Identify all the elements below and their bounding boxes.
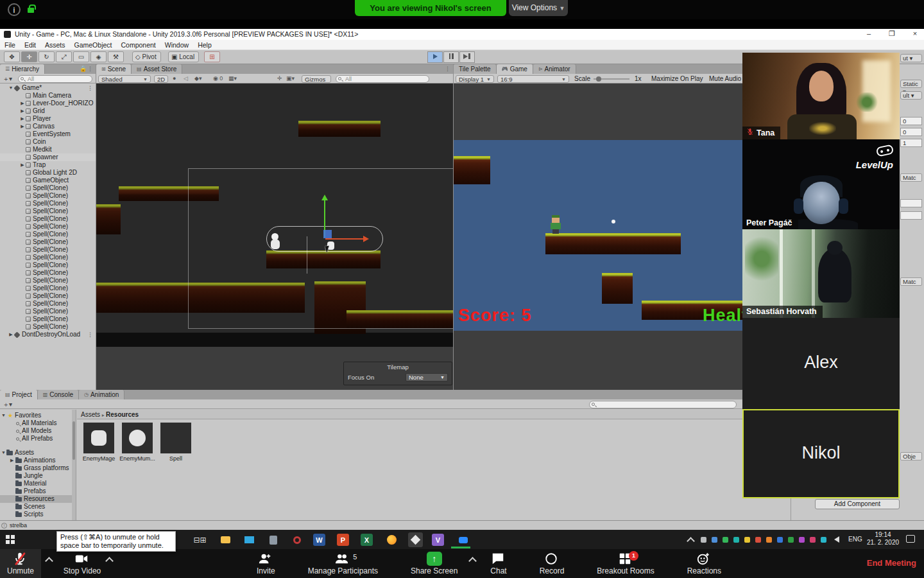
folder-jungle[interactable]: Jungle [0, 472, 76, 480]
hierarchy-item-coin[interactable]: Coin [0, 138, 96, 146]
effects-dropdown-icon[interactable]: ◆▾ [194, 75, 201, 82]
hierarchy-item-spell-clone[interactable]: Spell(Clone) [0, 254, 96, 261]
hierarchy-item-spell-clone[interactable]: Spell(Clone) [0, 192, 96, 200]
audio-icon[interactable]: ◁ [184, 75, 188, 82]
panel-menu-icon[interactable]: ⋮ [445, 64, 453, 74]
menu-assets[interactable]: Assets [45, 40, 65, 49]
expand-arrow-icon[interactable]: ▶ [19, 123, 26, 130]
hierarchy-item-spell-clone[interactable]: Spell(Clone) [0, 269, 96, 277]
scene-search-input[interactable]: All [336, 75, 429, 83]
file-explorer-icon[interactable] [218, 532, 233, 547]
participant-tile-nikol[interactable]: Nikol [742, 409, 900, 498]
inspector-fragment[interactable] [900, 199, 922, 207]
menu-gameobject[interactable]: GameObject [74, 40, 112, 49]
participant-tile-alex[interactable]: Alex [742, 318, 900, 409]
invite-button[interactable]: Invite [257, 549, 275, 578]
menu-edit[interactable]: Edit [24, 40, 36, 49]
powerpoint-icon[interactable]: P [337, 534, 349, 546]
zoom-app-icon[interactable] [456, 532, 470, 547]
custom-tool-button[interactable]: ⚒ [108, 51, 124, 62]
play-button[interactable] [427, 51, 443, 63]
tray-icon[interactable] [723, 537, 728, 543]
stop-video-button[interactable]: Stop Video [59, 549, 105, 578]
tab-tile-palette[interactable]: Tile Palette [454, 64, 497, 74]
2d-toggle[interactable]: 2D [154, 75, 168, 83]
favorite-all-materials[interactable]: All Materials [0, 419, 76, 427]
favorite-all-models[interactable]: All Models [0, 427, 76, 435]
inspector-fragment[interactable]: Matc [900, 277, 922, 286]
breadcrumb-assets[interactable]: Assets [81, 411, 100, 418]
asset-enemymage[interactable] [83, 423, 114, 453]
excel-icon[interactable]: X [361, 534, 373, 546]
tray-icon[interactable] [799, 537, 805, 543]
start-button[interactable] [6, 535, 15, 544]
assets-root[interactable]: ▼Assets [0, 449, 76, 457]
menu-component[interactable]: Component [121, 40, 155, 49]
visual-studio-icon[interactable]: V [432, 534, 444, 546]
tray-icon[interactable] [777, 537, 783, 543]
snap-toggle-button[interactable]: ⊞ [204, 51, 220, 62]
tray-icon[interactable] [810, 537, 816, 543]
folder-material[interactable]: Material [0, 480, 76, 487]
display-dropdown[interactable]: Display 1 ▼ [456, 75, 494, 83]
mute-audio-toggle[interactable]: Mute Audio [709, 75, 741, 82]
tray-icon[interactable] [821, 537, 826, 543]
gizmos-dropdown[interactable]: Gizmos ▼ [302, 75, 331, 83]
move-tool-button[interactable]: ✛ [21, 51, 37, 62]
hierarchy-item-spell-clone[interactable]: Spell(Clone) [0, 207, 96, 215]
asset-spell[interactable] [160, 423, 191, 453]
tray-icon[interactable] [788, 537, 794, 543]
taskbar-clock[interactable]: 19:1421. 2. 2020 [865, 531, 901, 547]
info-icon[interactable]: i [8, 3, 21, 16]
maximize-button[interactable]: ❐ [882, 29, 902, 39]
scene-canvas[interactable]: Tilemap Focus On None▼ [96, 83, 453, 390]
hierarchy-item-spawner[interactable]: Spawner [0, 153, 96, 161]
hierarchy-item-spell-clone[interactable]: Spell(Clone) [0, 200, 96, 207]
menu-help[interactable]: Help [198, 40, 212, 49]
tray-expand-chevron[interactable] [687, 537, 695, 545]
add-component-button[interactable]: Add Component [815, 499, 900, 509]
participant-tile-peter-pag[interactable]: LevelUpPeter Pagáč [742, 139, 900, 229]
firefox-icon[interactable] [384, 532, 399, 547]
hierarchy-item-spell-clone[interactable]: Spell(Clone) [0, 315, 96, 323]
tab-console[interactable]: ▥Console [38, 390, 79, 399]
hierarchy-item-player[interactable]: ▶Player [0, 115, 96, 123]
tab-scene[interactable]: ⊞Scene [96, 64, 132, 74]
expand-arrow-icon[interactable]: ▼ [8, 84, 14, 92]
hierarchy-item-spell-clone[interactable]: Spell(Clone) [0, 215, 96, 223]
tab-animator[interactable]: ⊳Animator [533, 64, 576, 74]
hierarchy-item-spell-clone[interactable]: Spell(Clone) [0, 323, 96, 331]
favorite-all-prefabs[interactable]: All Prefabs [0, 435, 76, 442]
hierarchy-item-medkit[interactable]: Medkit [0, 146, 96, 153]
gizmo-x-axis[interactable] [325, 238, 364, 240]
action-center-icon[interactable] [906, 535, 915, 543]
create-add-button[interactable]: ＋▾ [3, 400, 12, 409]
player-sprite[interactable] [270, 233, 281, 250]
tab-asset-store[interactable]: ▤Asset Store [132, 64, 182, 74]
hierarchy-dontdestroyonload[interactable]: ▶DontDestroyOnLoad⋮ [0, 331, 96, 338]
reactions-button[interactable]: Reactions [687, 549, 721, 578]
mail-icon[interactable] [242, 532, 257, 547]
pivot-toggle-button[interactable]: ◇ Pivot [132, 51, 161, 62]
participant-tile-sebasti-n-horvath[interactable]: Sebastián Horvath [742, 229, 900, 318]
menu-window[interactable]: Window [165, 40, 189, 49]
tools-icon[interactable]: ✛ [277, 75, 282, 82]
language-indicator[interactable]: ENG [848, 536, 862, 543]
hierarchy-item-spell-clone[interactable]: Spell(Clone) [0, 238, 96, 246]
hierarchy-item-eventsystem[interactable]: EventSystem [0, 130, 96, 138]
focus-on-dropdown[interactable]: None▼ [406, 373, 448, 381]
menu-file[interactable]: File [4, 40, 15, 49]
status-message[interactable]: strelba [10, 521, 27, 530]
inspector-fragment[interactable]: Matc [900, 173, 922, 182]
expand-arrow-icon[interactable]: ▶ [19, 115, 26, 123]
hierarchy-item-spell-clone[interactable]: Spell(Clone) [0, 308, 96, 315]
view-options-button[interactable]: View Options ▼ [509, 0, 568, 16]
hierarchy-item-spell-clone[interactable]: Spell(Clone) [0, 246, 96, 254]
scale-tool-button[interactable]: ⤢ [56, 51, 72, 62]
folder-scenes[interactable]: Scenes [0, 503, 76, 511]
folder-prefabs[interactable]: Prefabs [0, 487, 76, 495]
folder-animations[interactable]: ▶Animations [0, 457, 76, 464]
unity-icon[interactable] [408, 532, 423, 547]
scale-slider[interactable] [594, 78, 629, 80]
item-menu-icon[interactable]: ⋮ [87, 84, 93, 92]
